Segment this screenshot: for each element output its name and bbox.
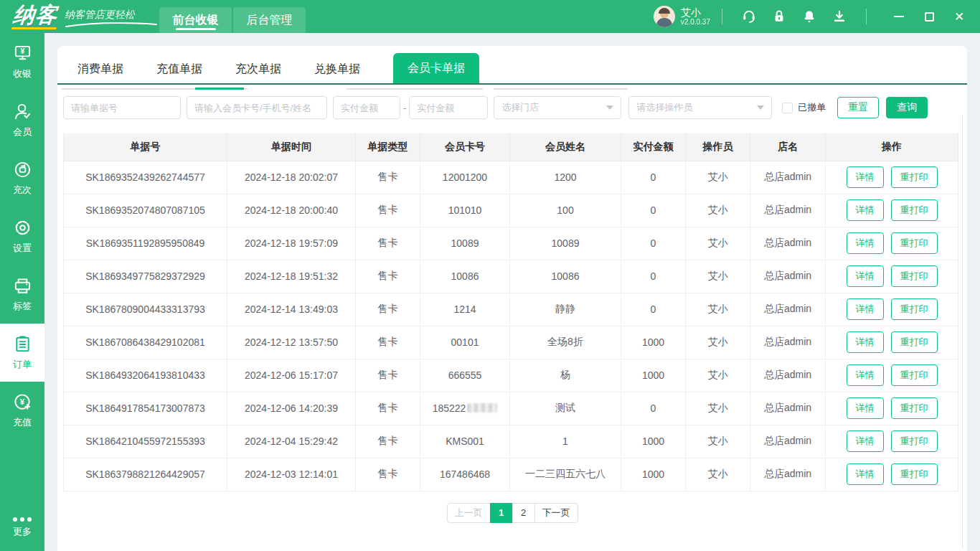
tab-membercard-receipts[interactable]: 会员卡单据 bbox=[393, 53, 479, 83]
avatar[interactable] bbox=[654, 6, 675, 27]
amount-max-input[interactable] bbox=[409, 96, 488, 119]
detail-button[interactable]: 详情 bbox=[847, 199, 884, 221]
avatar-hair bbox=[659, 8, 670, 14]
minimize-button[interactable] bbox=[890, 7, 908, 26]
reprint-button[interactable]: 重打印 bbox=[891, 364, 938, 386]
member-search-input[interactable] bbox=[187, 96, 327, 119]
tab-recharge-receipts[interactable]: 充值单据 bbox=[156, 55, 202, 83]
close-button[interactable]: ✕ bbox=[950, 7, 969, 26]
user-info: 艾小 v2.0.0.37 bbox=[681, 6, 710, 27]
sidebar-item-label: 设置 bbox=[13, 242, 32, 255]
svg-text:¥: ¥ bbox=[20, 47, 24, 55]
cell-store-name: 总店admin bbox=[750, 293, 826, 326]
reprint-button[interactable]: 重打印 bbox=[891, 298, 938, 320]
sidebar-item-member[interactable]: 会员 bbox=[0, 91, 44, 149]
chevron-down-icon bbox=[757, 105, 764, 110]
logo-text: 纳客 bbox=[11, 4, 59, 29]
cell-receipt-no: SK1869352439262744577 bbox=[64, 161, 227, 194]
voided-checkbox[interactable] bbox=[782, 103, 793, 113]
cell-store-name: 总店admin bbox=[750, 392, 826, 425]
nav-tab-backend-admin[interactable]: 后台管理 bbox=[233, 7, 306, 33]
cell-receipt-no: SK1867086438429102081 bbox=[64, 326, 227, 359]
service-icon[interactable] bbox=[741, 9, 757, 24]
scroll-track bbox=[494, 88, 628, 90]
nav-tab-front-cashier[interactable]: 前台收银 bbox=[159, 7, 232, 33]
reprint-button[interactable]: 重打印 bbox=[891, 166, 938, 188]
detail-button[interactable]: 详情 bbox=[847, 331, 884, 353]
cell-card-no: 10086 bbox=[420, 260, 510, 293]
download-icon[interactable] bbox=[831, 9, 847, 24]
filter-bar: - 选择门店 请选择操作员 已撤单 重置 查询 bbox=[57, 96, 967, 119]
app-version: v2.0.0.37 bbox=[681, 18, 710, 27]
detail-button[interactable]: 详情 bbox=[847, 430, 884, 452]
detail-button[interactable]: 详情 bbox=[847, 265, 884, 287]
reprint-button[interactable]: 重打印 bbox=[891, 430, 938, 452]
tabs-horizontal-scrollbar[interactable] bbox=[57, 85, 967, 93]
sidebar-item-recharge[interactable]: ¥ 充值 bbox=[0, 382, 44, 440]
cell-operator: 艾小 bbox=[686, 326, 750, 359]
sidebar-item-orders[interactable]: 订单 bbox=[0, 324, 44, 382]
maximize-button[interactable] bbox=[920, 7, 938, 26]
detail-button[interactable]: 详情 bbox=[847, 166, 884, 188]
titlebar-right: 艾小 v2.0.0.37 bbox=[654, 0, 980, 33]
cell-receipt-type: 售卡 bbox=[356, 326, 420, 359]
cell-card-no: 10089 bbox=[420, 227, 510, 260]
sidebar-item-label: 会员 bbox=[13, 126, 32, 138]
sidebar-item-cashier[interactable]: ¥ 收银 bbox=[0, 33, 44, 91]
cell-card-no: KMS001 bbox=[420, 425, 510, 458]
cell-paid-amount: 0 bbox=[621, 392, 686, 425]
cell-receipt-type: 售卡 bbox=[356, 194, 420, 227]
reset-button[interactable]: 重置 bbox=[837, 97, 879, 118]
table-row: SK18678090044333137932024-12-14 13:49:03… bbox=[64, 293, 958, 326]
tab-consume-receipts[interactable]: 消费单据 bbox=[77, 55, 123, 83]
reprint-button[interactable]: 重打印 bbox=[891, 232, 938, 254]
detail-button[interactable]: 详情 bbox=[847, 364, 884, 386]
cell-actions: 详情重打印 bbox=[826, 326, 958, 359]
cell-paid-amount: 0 bbox=[621, 293, 686, 326]
sidebar-item-label-print[interactable]: 标签 bbox=[0, 265, 44, 324]
detail-button[interactable]: 详情 bbox=[847, 232, 884, 254]
sidebar-item-more[interactable]: 更多 bbox=[0, 504, 44, 551]
reprint-button[interactable]: 重打印 bbox=[891, 199, 938, 221]
cell-actions: 详情重打印 bbox=[826, 194, 958, 227]
table-body: SK18693524392627445772024-12-18 20:02:07… bbox=[64, 161, 958, 491]
cell-paid-amount: 1000 bbox=[621, 359, 686, 392]
bell-icon[interactable] bbox=[801, 9, 817, 24]
detail-button[interactable]: 详情 bbox=[847, 298, 884, 320]
cell-receipt-type: 售卡 bbox=[356, 425, 420, 458]
cell-store-name: 总店admin bbox=[750, 260, 826, 293]
lock-icon[interactable] bbox=[771, 9, 787, 24]
cell-receipt-time: 2024-12-06 14:20:39 bbox=[227, 392, 356, 425]
reprint-button[interactable]: 重打印 bbox=[891, 397, 938, 419]
detail-button[interactable]: 详情 bbox=[847, 397, 884, 419]
amount-min-input[interactable] bbox=[333, 96, 400, 119]
cell-card-no: 1214 bbox=[420, 293, 510, 326]
cell-card-no: 167486468 bbox=[420, 458, 510, 491]
tab-exchange-receipts[interactable]: 兑换单据 bbox=[314, 55, 360, 83]
reprint-button[interactable]: 重打印 bbox=[891, 463, 938, 485]
cell-receipt-time: 2024-12-18 20:02:07 bbox=[227, 161, 356, 194]
sidebar-item-settings[interactable]: 设置 bbox=[0, 207, 44, 265]
reprint-button[interactable]: 重打印 bbox=[891, 265, 938, 287]
page-button-2[interactable]: 2 bbox=[512, 503, 535, 523]
cell-store-name: 总店admin bbox=[750, 326, 826, 359]
tab-times-receipts[interactable]: 充次单据 bbox=[235, 55, 281, 83]
next-page-button[interactable]: 下一页 bbox=[534, 503, 578, 523]
user-name: 艾小 bbox=[681, 6, 710, 18]
detail-button[interactable]: 详情 bbox=[847, 463, 884, 485]
page-button-1[interactable]: 1 bbox=[490, 503, 513, 523]
recharge-times-icon bbox=[13, 160, 32, 179]
sidebar-item-recharge-times[interactable]: 充次 bbox=[0, 149, 44, 207]
vertical-scrollbar[interactable] bbox=[962, 115, 963, 548]
operator-select[interactable]: 请选择操作员 bbox=[628, 96, 772, 119]
cell-member-name: 100 bbox=[510, 194, 621, 227]
search-button[interactable]: 查询 bbox=[886, 97, 928, 118]
receipt-no-input[interactable] bbox=[63, 96, 181, 119]
column-header: 会员姓名 bbox=[510, 133, 621, 161]
store-select[interactable]: 选择门店 bbox=[494, 96, 621, 119]
reprint-button[interactable]: 重打印 bbox=[891, 331, 938, 353]
column-header: 实付金额 bbox=[621, 133, 686, 161]
scroll-thumb[interactable] bbox=[195, 88, 244, 90]
member-icon bbox=[13, 102, 32, 121]
prev-page-button[interactable]: 上一页 bbox=[447, 503, 491, 523]
